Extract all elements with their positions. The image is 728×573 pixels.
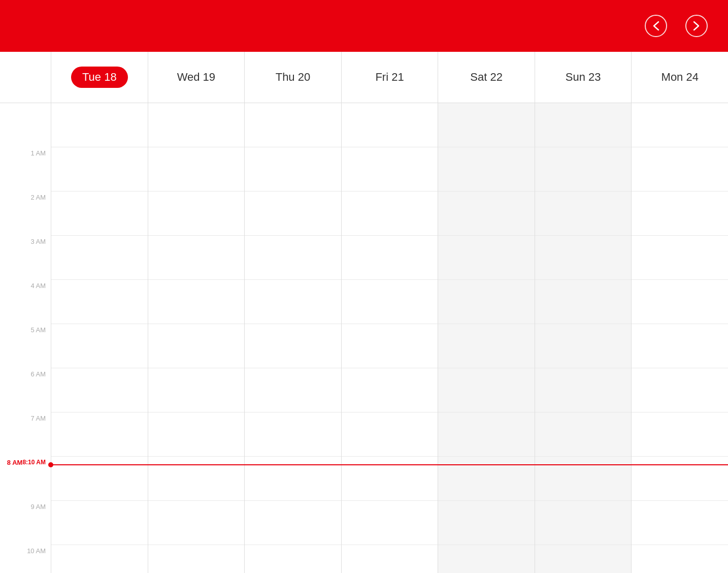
day-column-sat-22[interactable] [438, 103, 535, 573]
day-column-thu-20[interactable] [244, 103, 341, 573]
hour-row[interactable] [632, 412, 728, 457]
hour-row[interactable] [535, 192, 632, 236]
hour-row[interactable] [438, 412, 535, 457]
hour-row[interactable] [51, 545, 148, 573]
hour-row[interactable] [245, 457, 341, 501]
hour-row[interactable] [51, 103, 148, 147]
next-month-button[interactable] [685, 15, 708, 37]
hour-row[interactable] [342, 324, 438, 368]
hour-row[interactable] [438, 280, 535, 324]
time-label-3-am: 3 AM [0, 236, 51, 280]
hour-row[interactable] [438, 192, 535, 236]
prev-month-button[interactable] [645, 15, 667, 37]
hour-row[interactable] [535, 147, 632, 192]
hour-row[interactable] [632, 324, 728, 368]
hour-row[interactable] [245, 192, 341, 236]
hour-row[interactable] [438, 501, 535, 545]
day-column-wed-19[interactable] [148, 103, 245, 573]
day-header-tue-18[interactable]: Tue 18 [51, 52, 148, 103]
hour-row[interactable] [438, 236, 535, 280]
hour-row[interactable] [148, 368, 245, 412]
hour-row[interactable] [51, 192, 148, 236]
hour-row[interactable] [535, 412, 632, 457]
time-label-7-am: 7 AM [0, 412, 51, 457]
day-header-wed-19[interactable]: Wed 19 [148, 52, 245, 103]
hour-row[interactable] [148, 545, 245, 573]
hour-row[interactable] [535, 501, 632, 545]
hour-row[interactable] [342, 103, 438, 147]
hour-row[interactable] [438, 368, 535, 412]
hour-row[interactable] [342, 147, 438, 192]
hour-row[interactable] [51, 457, 148, 501]
hour-row[interactable] [148, 236, 245, 280]
hour-row[interactable] [535, 457, 632, 501]
hour-row[interactable] [245, 103, 341, 147]
hour-row[interactable] [535, 280, 632, 324]
hour-row[interactable] [535, 368, 632, 412]
day-column-tue-18[interactable] [51, 103, 148, 573]
time-gutter-header [0, 52, 51, 103]
hour-row[interactable] [632, 368, 728, 412]
hour-row[interactable] [245, 545, 341, 573]
hour-row[interactable] [535, 324, 632, 368]
hour-row[interactable] [632, 501, 728, 545]
hour-row[interactable] [342, 192, 438, 236]
hour-row[interactable] [148, 103, 245, 147]
hour-row[interactable] [148, 324, 245, 368]
hour-row[interactable] [342, 368, 438, 412]
hour-row[interactable] [342, 280, 438, 324]
hour-row[interactable] [632, 236, 728, 280]
hour-row[interactable] [245, 324, 341, 368]
hour-row[interactable] [342, 236, 438, 280]
hour-row[interactable] [535, 236, 632, 280]
hour-row[interactable] [342, 501, 438, 545]
hour-row[interactable] [51, 368, 148, 412]
hour-row[interactable] [632, 103, 728, 147]
hour-row[interactable] [438, 457, 535, 501]
hour-row[interactable] [438, 545, 535, 573]
hour-row[interactable] [51, 147, 148, 192]
day-header-fri-21[interactable]: Fri 21 [341, 52, 438, 103]
today-pill: Tue 18 [71, 67, 128, 88]
day-header-thu-20[interactable]: Thu 20 [244, 52, 341, 103]
day-column-fri-21[interactable] [341, 103, 438, 573]
hour-row[interactable] [148, 147, 245, 192]
hour-row[interactable] [342, 545, 438, 573]
hour-row[interactable] [245, 280, 341, 324]
hour-row[interactable] [51, 412, 148, 457]
hour-row[interactable] [535, 545, 632, 573]
hour-row[interactable] [632, 280, 728, 324]
hour-row[interactable] [51, 280, 148, 324]
day-header-mon-24[interactable]: Mon 24 [631, 52, 728, 103]
hour-row[interactable] [632, 147, 728, 192]
hour-row[interactable] [148, 280, 245, 324]
hour-row[interactable] [51, 236, 148, 280]
hour-row[interactable] [148, 457, 245, 501]
hour-row[interactable] [245, 412, 341, 457]
hour-row[interactable] [438, 147, 535, 192]
day-header-sun-23[interactable]: Sun 23 [535, 52, 632, 103]
hour-row[interactable] [438, 103, 535, 147]
hour-row[interactable] [245, 368, 341, 412]
hour-row[interactable] [51, 501, 148, 545]
hour-row[interactable] [245, 501, 341, 545]
time-label-4-am: 4 AM [0, 280, 51, 324]
hour-row[interactable] [245, 147, 341, 192]
hour-row[interactable] [342, 457, 438, 501]
current-time-line [51, 464, 728, 465]
hour-row[interactable] [51, 324, 148, 368]
day-column-sun-23[interactable] [535, 103, 632, 573]
hour-row[interactable] [148, 501, 245, 545]
day-column-mon-24[interactable] [631, 103, 728, 573]
hour-row[interactable] [245, 236, 341, 280]
hour-row[interactable] [632, 545, 728, 573]
hour-row[interactable] [148, 192, 245, 236]
hour-row[interactable] [535, 103, 632, 147]
hour-row[interactable] [342, 412, 438, 457]
hour-row[interactable] [632, 192, 728, 236]
day-header-sat-22[interactable]: Sat 22 [438, 52, 535, 103]
calendar-body: 1 AM2 AM3 AM4 AM5 AM6 AM7 AM8 AM8:10 AM9… [0, 103, 728, 573]
hour-row[interactable] [438, 324, 535, 368]
hour-row[interactable] [148, 412, 245, 457]
hour-row[interactable] [632, 457, 728, 501]
